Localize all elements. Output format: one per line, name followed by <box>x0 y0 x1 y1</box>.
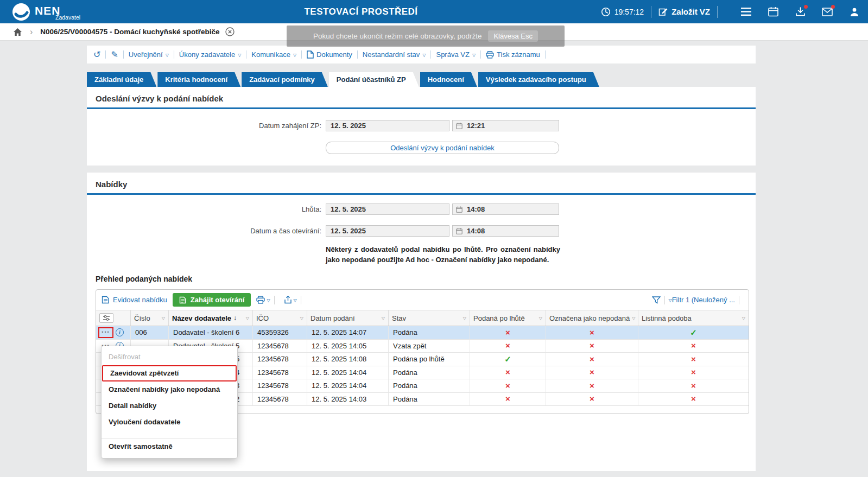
menu-komunikace[interactable]: Komunikace ▽ <box>251 50 296 59</box>
col-stav[interactable]: Stav ▽ <box>389 310 470 326</box>
cell-datum: 12. 5. 2025 14:08 <box>307 353 389 366</box>
info-icon[interactable]: i <box>116 328 124 336</box>
print-table-icon[interactable]: ▽ <box>256 296 270 304</box>
tab-zakladni-udaje[interactable]: Základní údaje <box>87 72 156 87</box>
export-icon[interactable]: ▽ <box>284 296 297 304</box>
row-menu-button[interactable]: ••• <box>99 328 112 337</box>
edit-icon[interactable]: ✎ <box>111 50 118 59</box>
send-invitation-button[interactable]: Odeslání výzvy k podání nabídek <box>326 142 559 154</box>
brand[interactable]: NEN Zadavatel <box>12 3 60 21</box>
column-settings-cell <box>96 310 131 326</box>
filter-caret-icon[interactable]: ▽ <box>162 316 165 321</box>
column-settings-icon[interactable] <box>99 313 113 323</box>
start-opening-button[interactable]: Zahájit otevírání <box>173 293 251 307</box>
start-date-input[interactable]: 12. 5. 2025 <box>326 120 449 131</box>
tab-vysledek[interactable]: Výsledek zadávacího postupu <box>478 72 599 87</box>
tab-podani-ucastniku[interactable]: Podání účastníků ZP <box>329 72 419 87</box>
menu-uverejneni[interactable]: Uveřejnění ▽ <box>129 50 169 59</box>
record-offer-button[interactable]: Evidovat nabídku <box>102 296 167 304</box>
cell-nepodana: × <box>546 379 638 393</box>
cell-ico: 12345678 <box>253 340 307 353</box>
col-cislo[interactable]: Číslo ▽ <box>131 310 169 326</box>
menu-sprava-vz[interactable]: Správa VZ ▽ <box>436 50 476 59</box>
menu-icon[interactable] <box>740 6 752 18</box>
filter-icon[interactable] <box>652 296 661 304</box>
chevron-down-icon: ▽ <box>267 298 270 303</box>
section-title: Nabídky <box>87 173 756 189</box>
tab-kriteria-hodnoceni[interactable]: Kritéria hodnocení <box>157 72 240 87</box>
active-filter-label[interactable]: Filtr 1 (Neuložený ... <box>672 296 735 304</box>
filter-caret-icon[interactable]: ▽ <box>742 316 745 321</box>
calendar-small-icon[interactable] <box>456 123 462 129</box>
chevron-down-icon: ▽ <box>166 53 169 58</box>
breadcrumb-chevron-icon: › <box>30 27 33 37</box>
tab-zadavaci-podminky[interactable]: Zadávací podmínky <box>242 72 328 87</box>
record-action-bar: ↺ ✎ Uveřejnění ▽ Úkony zadavatele ▽ Komu… <box>87 46 756 63</box>
record-offer-icon <box>102 296 110 304</box>
filter-caret-icon[interactable]: ▽ <box>300 316 303 321</box>
undo-icon[interactable]: ↺ <box>93 50 100 59</box>
col-ico[interactable]: IČO ▽ <box>253 310 307 326</box>
cell-listinna: × <box>638 353 749 366</box>
cell-ico: 12345678 <box>253 379 307 393</box>
col-datum-podani[interactable]: Datum podání ▽ <box>307 310 389 326</box>
section-title: Odeslání výzvy k podání nabídek <box>87 87 756 103</box>
cell-stav: Podána <box>389 326 470 340</box>
cell-nepodana: × <box>546 326 638 340</box>
deadline-datetime-control: 12. 5. 2025 14:08 <box>326 203 559 215</box>
clock-time: 19:57:12 <box>614 8 644 16</box>
col-podana-po-lhute[interactable]: Podaná po lhůtě ▽ <box>470 310 546 326</box>
close-icon[interactable] <box>225 27 235 36</box>
col-listinna-podoba[interactable]: Listinná podoba ▽ <box>638 310 749 326</box>
start-time-input[interactable]: 12:21 <box>452 120 559 131</box>
filter-caret-icon[interactable]: ▽ <box>246 316 249 321</box>
deadline-date-input[interactable]: 12. 5. 2025 <box>326 203 449 215</box>
toast-text: Pokud chcete ukončit režim celé obrazovk… <box>313 32 481 40</box>
opening-time-input[interactable]: 14:08 <box>452 225 559 237</box>
cell-listinna: ✓ <box>638 326 749 340</box>
download-icon[interactable] <box>794 6 806 18</box>
cell-po-lhute: × <box>470 393 546 406</box>
menu-item-zaevidovat-zpetvzeti[interactable]: Zaevidovat zpětvzetí <box>102 365 237 381</box>
cell-ico: 12345678 <box>253 353 307 366</box>
cell-listinna: × <box>638 366 749 380</box>
home-icon[interactable] <box>13 28 22 36</box>
cell-listinna: × <box>638 393 749 406</box>
filter-caret-icon[interactable]: ▽ <box>539 316 542 321</box>
opening-datetime-control: 12. 5. 2025 14:08 <box>326 225 559 237</box>
section-rule <box>87 107 756 109</box>
calendar-small-icon[interactable] <box>456 228 462 234</box>
section-rule <box>87 193 756 195</box>
create-vz-button[interactable]: Založit VZ <box>658 7 710 16</box>
tab-hodnoceni[interactable]: Hodnocení <box>420 72 477 87</box>
breadcrumb-title[interactable]: N006/25/V00004575 - Domácí kuchyňské spo… <box>40 28 219 36</box>
table-row[interactable]: ••• i 006 Dodavatel - školení 6 45359326… <box>96 326 749 340</box>
cell-nepodana: × <box>546 366 638 380</box>
opening-date-input[interactable]: 12. 5. 2025 <box>326 225 449 237</box>
chevron-down-icon: ▽ <box>472 53 476 58</box>
filter-caret-icon[interactable]: ▽ <box>463 316 466 321</box>
user-icon[interactable] <box>848 6 860 18</box>
col-oznacena-nepodana[interactable]: Označena jako nepodaná ▽ <box>546 310 638 326</box>
filter-caret-icon[interactable]: ▽ <box>632 316 635 321</box>
calendar-icon[interactable] <box>767 6 779 18</box>
brand-role: Zadavatel <box>55 14 80 21</box>
filter-caret-icon[interactable]: ▽ <box>382 316 385 321</box>
menu-item-detail-nabidky[interactable]: Detail nabídky <box>102 398 237 414</box>
mail-icon[interactable] <box>821 6 833 18</box>
menu-nestandardni-stav[interactable]: Nestandardní stav ▽ <box>363 50 426 59</box>
cell-datum: 12. 5. 2025 14:04 <box>307 379 389 393</box>
cell-stav: Podána <box>389 393 470 406</box>
menu-item-oznaceni-nepodana[interactable]: Označení nabídky jako nepodaná <box>102 381 237 398</box>
chevron-down-icon: ▽ <box>293 53 296 58</box>
opening-label: Datum a čas otevírání: <box>87 227 321 235</box>
deadline-time-input[interactable]: 14:08 <box>452 203 559 215</box>
menu-item-otevrit-samostatne[interactable]: Otevřít samostatně <box>102 438 237 455</box>
calendar-small-icon[interactable] <box>456 206 462 213</box>
menu-dokumenty[interactable]: Dokumenty <box>307 50 352 59</box>
chevron-down-icon: ▽ <box>238 53 241 58</box>
menu-ukony-zadavatele[interactable]: Úkony zadavatele ▽ <box>179 50 242 59</box>
menu-item-vylouceni-dodavatele[interactable]: Vyloučení dodavatele <box>102 414 237 430</box>
col-nazev-dodavatele[interactable]: Název dodavatele ↓ ▽ <box>169 310 253 326</box>
menu-tisk-zaznamu[interactable]: Tisk záznamu <box>486 50 540 59</box>
